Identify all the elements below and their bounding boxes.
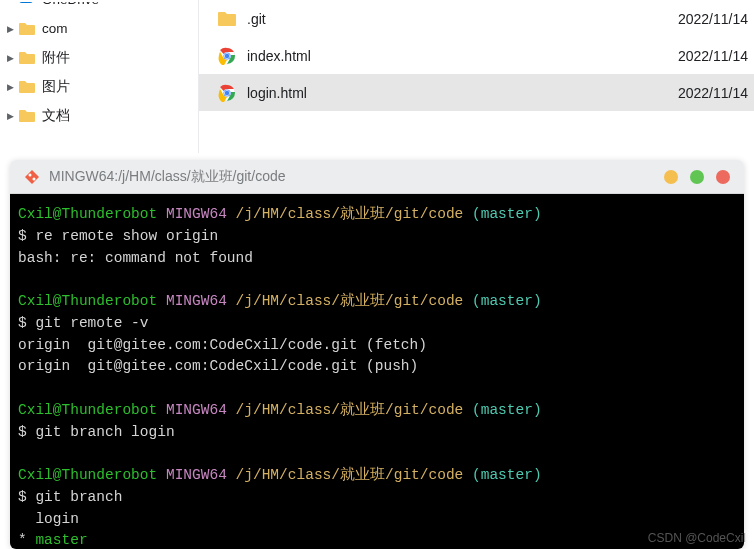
chrome-icon xyxy=(217,46,237,66)
tree-item-attachments[interactable]: ▶ 附件 xyxy=(0,43,198,72)
file-row-git[interactable]: .git 2022/11/14 xyxy=(199,0,754,37)
terminal-content[interactable]: Cxil@Thunderobot MINGW64 /j/HM/class/就业班… xyxy=(10,194,744,549)
folder-icon xyxy=(217,9,237,29)
file-row-index[interactable]: index.html 2022/11/14 xyxy=(199,37,754,74)
chevron-right-icon: ▶ xyxy=(4,52,16,64)
folder-icon xyxy=(18,20,36,38)
svg-point-9 xyxy=(29,173,32,176)
tree-item-documents[interactable]: ▶ 文档 xyxy=(0,101,198,130)
file-name: index.html xyxy=(247,48,650,64)
titlebar[interactable]: MINGW64:/j/HM/class/就业班/git/code xyxy=(10,160,744,194)
file-list: .git 2022/11/14 index.html 2022/11/14 lo… xyxy=(198,0,754,153)
svg-point-7 xyxy=(225,90,230,95)
file-name: .git xyxy=(247,11,650,27)
svg-point-3 xyxy=(225,53,230,58)
git-icon xyxy=(24,169,40,185)
tree-label: 附件 xyxy=(42,49,70,67)
file-explorer: OneDrive ▶ com ▶ 附件 ▶ 图片 ▶ xyxy=(0,0,754,153)
chrome-icon xyxy=(217,83,237,103)
maximize-button[interactable] xyxy=(690,170,704,184)
terminal-window: MINGW64:/j/HM/class/就业班/git/code Cxil@Th… xyxy=(10,160,744,549)
file-name: login.html xyxy=(247,85,650,101)
tree-label: OneDrive xyxy=(42,2,99,7)
chevron-icon xyxy=(4,2,16,6)
file-date: 2022/11/14 xyxy=(650,48,754,64)
close-button[interactable] xyxy=(716,170,730,184)
file-date: 2022/11/14 xyxy=(650,11,754,27)
svg-point-10 xyxy=(33,177,36,180)
tree-label: com xyxy=(42,21,68,36)
folder-icon xyxy=(18,78,36,96)
file-row-login[interactable]: login.html 2022/11/14 xyxy=(199,74,754,111)
minimize-button[interactable] xyxy=(664,170,678,184)
chevron-right-icon: ▶ xyxy=(4,81,16,93)
tree-label: 图片 xyxy=(42,78,70,96)
tree-item-pictures[interactable]: ▶ 图片 xyxy=(0,72,198,101)
file-date: 2022/11/14 xyxy=(650,85,754,101)
onedrive-icon xyxy=(18,2,36,9)
chevron-right-icon: ▶ xyxy=(4,110,16,122)
tree-label: 文档 xyxy=(42,107,70,125)
folder-tree: OneDrive ▶ com ▶ 附件 ▶ 图片 ▶ xyxy=(0,0,198,153)
watermark: CSDN @CodeCxil xyxy=(648,531,746,545)
folder-icon xyxy=(18,49,36,67)
tree-item-com[interactable]: ▶ com xyxy=(0,14,198,43)
chevron-right-icon: ▶ xyxy=(4,23,16,35)
tree-item-onedrive[interactable]: OneDrive xyxy=(0,2,99,14)
folder-icon xyxy=(18,107,36,125)
window-title: MINGW64:/j/HM/class/就业班/git/code xyxy=(49,168,652,186)
